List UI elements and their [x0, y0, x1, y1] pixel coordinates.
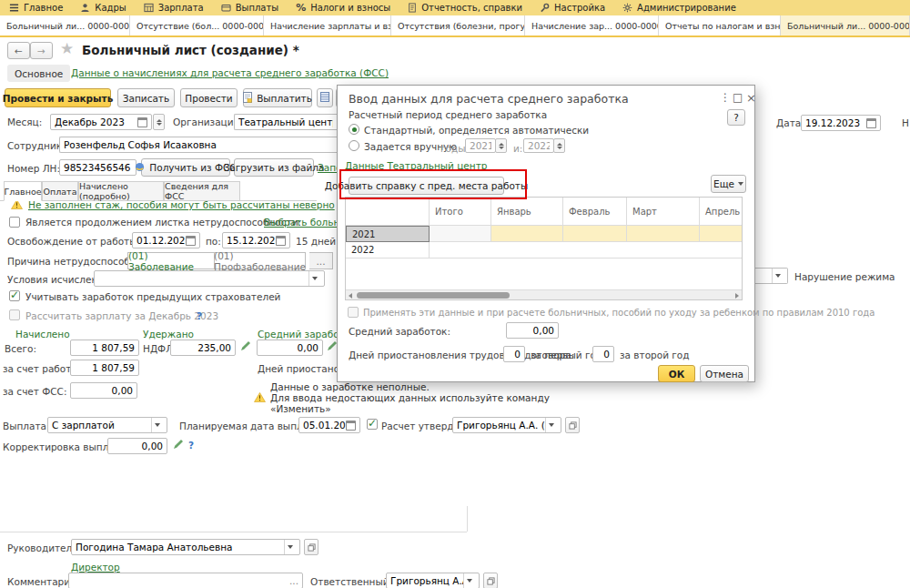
month-stepper[interactable] — [153, 114, 165, 130]
avg-earnings-field[interactable]: 0,00 — [257, 340, 323, 356]
help-question-icon[interactable]: ? — [197, 310, 202, 321]
post-and-close-button[interactable]: Провести и закрыть — [5, 88, 111, 107]
month-field[interactable]: Декабрь 2023 — [50, 114, 152, 130]
tab-svedeniya-fss[interactable]: Сведения для ФСС — [164, 181, 240, 201]
scroll-left-icon[interactable] — [349, 293, 352, 299]
cause-more-button[interactable]: ... — [309, 252, 333, 269]
chevron-down-icon[interactable] — [772, 269, 784, 283]
total-field[interactable]: 1 807,59 — [70, 340, 139, 356]
release-from-field[interactable]: 01.12.2023 — [132, 232, 200, 248]
fss-accruals-link[interactable]: Данные о начислениях для расчета среднег… — [71, 67, 389, 78]
more-button[interactable]: Еще — [711, 175, 746, 193]
violation-dropdown-fragment[interactable] — [753, 268, 788, 284]
table-cell[interactable] — [700, 226, 742, 242]
calendar-icon[interactable] — [276, 236, 286, 246]
add-certificate-button[interactable]: Добавить справку с пред. места работы — [349, 177, 504, 195]
window-tab[interactable]: Отсутствия (болезни, прогул...× — [391, 15, 525, 35]
menu-item-reports[interactable]: Отчетность, справки — [408, 3, 522, 13]
horizontal-scrollbar[interactable] — [346, 289, 742, 299]
sick-number-field[interactable]: 98523456546 — [59, 159, 136, 176]
menu-item-taxes[interactable]: % Налоги и взносы — [296, 2, 390, 14]
tab-glavnoe[interactable]: Главное — [4, 181, 42, 201]
ok-button[interactable]: ОК — [658, 365, 695, 382]
report-grid-button[interactable] — [317, 88, 333, 107]
dialog-avg-field[interactable]: 0,00 — [506, 322, 559, 339]
menu-item-settings[interactable]: Настройка — [540, 3, 605, 13]
pencil-icon[interactable] — [173, 439, 184, 451]
chevron-down-icon[interactable] — [545, 418, 557, 432]
correction-field[interactable]: 0,00 — [107, 438, 167, 454]
calc-salary-checkbox[interactable] — [9, 309, 20, 320]
favorite-star-icon[interactable]: ★ — [60, 39, 74, 57]
manager-role-link[interactable]: Директор — [71, 562, 120, 573]
apply-2010-checkbox[interactable] — [348, 307, 359, 318]
pencil-icon[interactable] — [240, 340, 251, 353]
payment-dropdown[interactable]: С зарплатой — [47, 417, 167, 433]
continuation-checkbox[interactable] — [9, 217, 20, 228]
comment-field[interactable]: ... — [68, 573, 303, 588]
org-data-link[interactable]: Данные Театральный центр — [345, 160, 487, 171]
date-field[interactable]: 19.12.2023 — [801, 115, 881, 131]
organization-field[interactable]: Театральный центр — [234, 114, 337, 130]
period-auto-radio[interactable] — [349, 124, 359, 135]
close-icon[interactable]: × — [746, 91, 756, 105]
responsible-dropdown[interactable]: Григорьянц А.А. (системн — [386, 573, 480, 588]
load-from-file-button[interactable]: Загрузить из файла — [234, 158, 314, 177]
window-tab[interactable]: Начисление зарплаты и взн...× — [264, 15, 391, 35]
conditions-dropdown[interactable] — [94, 270, 325, 287]
help-button[interactable]: ? — [727, 109, 745, 126]
window-tab[interactable]: Больничный ли... 0000-000001× — [0, 15, 130, 35]
planned-date-field[interactable]: 05.01.2024 — [298, 417, 360, 433]
year-to-field[interactable]: 2022 — [523, 138, 554, 153]
window-tab[interactable]: Отчеты по налогам и взносам× — [659, 15, 781, 35]
calendar-icon[interactable] — [346, 421, 356, 431]
help-question-icon[interactable]: ? — [188, 440, 194, 451]
calendar-icon[interactable] — [137, 117, 147, 127]
release-to-field[interactable]: 15.12.2023 — [222, 232, 290, 248]
manager-dropdown[interactable]: Погодина Тамара Анатольевна — [71, 539, 300, 555]
tab-nachisleno[interactable]: Начислено (подробно) — [78, 181, 164, 201]
table-row-year-cell[interactable]: 2022 — [346, 242, 430, 259]
prev-insurers-checkbox[interactable] — [9, 290, 20, 301]
approved-checkbox[interactable] — [367, 419, 378, 430]
tab-main[interactable]: Основное — [7, 65, 70, 82]
menu-item-salary[interactable]: Зарплата — [144, 3, 204, 13]
fss-paid-field[interactable]: 0,00 — [70, 382, 137, 399]
open-link-icon[interactable] — [304, 539, 318, 555]
pay-button[interactable]: Выплатить — [243, 88, 312, 107]
scroll-right-icon[interactable] — [735, 293, 739, 299]
get-from-fss-button[interactable]: Получить из ФСС — [141, 158, 230, 177]
table-cell[interactable] — [563, 226, 627, 242]
table-cell[interactable] — [491, 226, 563, 242]
period-manual-radio[interactable] — [349, 140, 359, 151]
cause-option-occupational[interactable]: (01) Профзаболевание — [214, 252, 306, 269]
chevron-down-icon[interactable] — [463, 573, 475, 588]
year-to-stepper[interactable] — [553, 138, 565, 153]
save-button[interactable]: Записать — [117, 88, 175, 107]
employer-paid-field[interactable]: 1 807,59 — [70, 360, 139, 376]
year-from-field[interactable]: 2021 — [465, 138, 496, 153]
year-from-stepper[interactable] — [495, 138, 507, 153]
back-button[interactable]: ← — [7, 42, 30, 59]
table-cell[interactable] — [430, 226, 491, 242]
table-cell[interactable] — [627, 226, 700, 242]
no-seniority-warning-link[interactable]: Не заполнен стаж, пособия могут быть рас… — [28, 199, 335, 210]
chevron-down-icon[interactable] — [151, 418, 163, 432]
window-tab[interactable]: Начисление зар... 0000-000025× — [525, 15, 659, 35]
calendar-icon[interactable] — [866, 118, 876, 128]
window-tab-active[interactable]: Больничный ли... 0000-000001× — [781, 15, 910, 35]
scrollbar-thumb[interactable] — [357, 292, 510, 299]
calendar-icon[interactable] — [186, 236, 196, 246]
more-menu-icon[interactable]: ⋮ — [720, 91, 731, 104]
menu-item-payments[interactable]: Выплаты — [221, 3, 279, 13]
cancel-button[interactable]: Отмена — [700, 365, 749, 382]
ndfl-field[interactable]: 235,00 — [170, 340, 236, 356]
menu-item-staff[interactable]: Кадры — [80, 3, 126, 13]
menu-item-administration[interactable]: Администрирование — [622, 3, 736, 13]
table-row-year-cell-selected[interactable]: 2021 — [346, 226, 430, 242]
suspension-year2-field[interactable]: 0 — [592, 346, 614, 362]
open-link-icon[interactable] — [483, 573, 498, 588]
ellipsis-icon[interactable]: ... — [289, 575, 298, 586]
window-tab[interactable]: Отсутствие (бол... 0000-000001× — [130, 15, 264, 35]
open-link-icon[interactable] — [565, 417, 580, 433]
